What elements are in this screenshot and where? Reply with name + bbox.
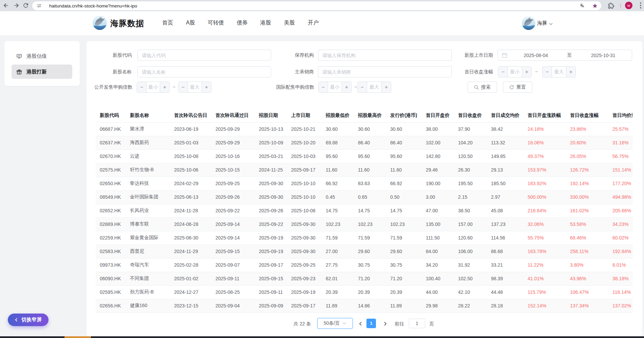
intl-offer-min-stepper[interactable]: − 最小 + xyxy=(318,82,352,93)
minus-button[interactable]: − xyxy=(543,67,552,77)
table-cell: 2025-09-14 xyxy=(211,231,255,245)
table-cell: 聚水潭 xyxy=(126,122,170,136)
minus-button[interactable]: − xyxy=(498,67,508,77)
table-cell: 11.89 xyxy=(322,299,354,313)
prev-page-icon[interactable] xyxy=(358,321,363,326)
browser-menu-icon[interactable] xyxy=(640,2,641,9)
public-offer-max-stepper[interactable]: − 最大 + xyxy=(178,82,211,93)
nav-item-2[interactable]: A股 xyxy=(186,19,195,26)
table-cell: 192.84% xyxy=(608,245,633,258)
browser-profile-avatar[interactable]: w xyxy=(625,2,632,9)
bookmark-star-icon[interactable] xyxy=(592,3,598,9)
table-cell: 98.39 xyxy=(487,272,524,285)
logo[interactable] xyxy=(93,16,107,30)
table-cell: 紫金黄金国际 xyxy=(126,231,170,245)
table-cell: 2025-09-30 xyxy=(287,217,322,231)
underwriter-input[interactable] xyxy=(318,66,452,77)
table-cell: 192.14% xyxy=(566,177,608,190)
first-day-close-label: 首日收盘涨幅 xyxy=(453,66,493,77)
table-cell: 31.16% xyxy=(608,136,633,149)
table-cell: 500.00% xyxy=(524,190,566,204)
nav-item-4[interactable]: 债券 xyxy=(237,19,248,26)
sidebar-item-hk-valuation[interactable]: 港股估值 xyxy=(12,49,72,63)
table-cell: 26.30 xyxy=(454,163,487,177)
table-cell: 102.23 xyxy=(322,217,354,231)
table-cell: 02575.HK xyxy=(96,163,126,177)
plus-button[interactable]: + xyxy=(522,67,531,77)
table-cell: 38.18% xyxy=(608,272,633,285)
column-header: 新股名称 xyxy=(126,109,170,122)
table-cell: 3.80% xyxy=(566,258,608,272)
forward-icon[interactable] xyxy=(13,2,20,9)
toggle-narrow-screen-button[interactable]: 切换窄屏 xyxy=(8,314,49,326)
plus-button[interactable]: + xyxy=(381,82,391,92)
ipo-table: 新股代码新股名称首次聆讯公告日首次聆讯通过日招股日期上市日期招股最低价招股最高价… xyxy=(96,109,633,313)
minus-button[interactable]: − xyxy=(178,82,188,92)
pagination-total: 共 22 条 xyxy=(293,321,311,327)
table-row: 02670.HK云迹2025-10-082025-10-162025-03-21… xyxy=(96,149,633,163)
first-day-close-max-stepper[interactable]: − 最大 + xyxy=(542,66,576,77)
table-cell: 28.22 xyxy=(454,299,487,313)
brand-title[interactable]: 海豚数据 xyxy=(110,18,144,29)
table-cell: 2025-09-11 xyxy=(255,285,287,299)
table-cell: 2025-10-20 xyxy=(287,136,322,149)
table-cell: 34.23% xyxy=(608,217,633,231)
minus-button[interactable]: − xyxy=(319,82,328,92)
chevron-down-icon[interactable] xyxy=(549,22,553,26)
public-offer-min-stepper[interactable]: − 最小 + xyxy=(137,82,170,93)
date-from[interactable]: 2025-08-04 xyxy=(507,53,565,58)
user-name[interactable]: 海豚 xyxy=(537,20,547,26)
table-cell: 2025-09-19 xyxy=(255,245,287,258)
user-avatar[interactable] xyxy=(522,16,535,30)
underwriter-label: 主承销商 xyxy=(277,66,314,77)
table-cell: 102.23 xyxy=(386,217,422,231)
page-number-1[interactable]: 1 xyxy=(366,319,376,328)
table-cell: 20.60% xyxy=(566,136,608,149)
next-page-icon[interactable] xyxy=(382,321,388,326)
reset-button[interactable]: 重置 xyxy=(503,82,532,93)
plus-button[interactable]: + xyxy=(202,82,211,92)
minus-button[interactable]: − xyxy=(358,82,367,92)
nav-item-6[interactable]: 美股 xyxy=(284,19,295,26)
intl-offer-max-stepper[interactable]: − 最大 + xyxy=(357,82,391,93)
nav-item-3[interactable]: 可转债 xyxy=(208,19,224,26)
site-settings-icon[interactable] xyxy=(36,3,42,8)
sidebar-item-hk-ipo[interactable]: 港股打新 xyxy=(12,65,72,79)
column-header: 招股日期 xyxy=(255,109,287,122)
table-cell: 68.46% xyxy=(566,231,608,245)
plus-button[interactable]: + xyxy=(160,82,169,92)
date-to[interactable]: 2025-10-31 xyxy=(575,53,632,58)
table-cell: 云迹 xyxy=(126,149,170,163)
url-bar[interactable]: haitundata.cn/hk-stock-home?menu=hk-ipo xyxy=(32,1,601,10)
sponsor-input[interactable] xyxy=(318,50,452,61)
extensions-icon[interactable] xyxy=(608,3,614,9)
page-size-select[interactable]: 50条/页 xyxy=(317,318,353,329)
translate-icon[interactable] xyxy=(580,3,585,9)
goto-page-input[interactable] xyxy=(409,319,425,328)
search-button[interactable]: 搜索 xyxy=(468,82,497,93)
stock-name-input[interactable] xyxy=(137,66,271,77)
nav-item-1[interactable]: 首页 xyxy=(162,19,173,26)
column-header: 首日收盘涨幅 xyxy=(566,109,608,122)
nav-item-7[interactable]: 开户 xyxy=(308,19,319,26)
reload-icon[interactable] xyxy=(22,2,29,9)
table-cell: 西普尼 xyxy=(126,245,170,258)
nav-item-5[interactable]: 港股 xyxy=(260,19,271,26)
table-cell: 2025-09-25 xyxy=(211,177,255,190)
url-text[interactable]: haitundata.cn/hk-stock-home?menu=hk-ipo xyxy=(49,3,137,8)
table-row: 08549.HK金叶国际集团2025-06-132025-09-262025-0… xyxy=(96,190,633,204)
table-cell: 2025-09-19 xyxy=(287,285,322,299)
plus-button[interactable]: + xyxy=(566,67,575,77)
stock-code-input[interactable] xyxy=(137,50,271,61)
table-cell: 2025-10-09 xyxy=(255,136,287,149)
plus-button[interactable]: + xyxy=(342,82,351,92)
minus-button[interactable]: − xyxy=(137,82,147,92)
first-day-close-min-stepper[interactable]: − 最小 + xyxy=(498,66,532,77)
table-cell: 2025-09-22 xyxy=(255,217,287,231)
main-panel: 新股代码 保荐机构 新股上市日期 2025-08-04 至 2025-10-31… xyxy=(87,41,642,336)
table-cell: 218.64% xyxy=(524,204,566,217)
listing-date-range[interactable]: 2025-08-04 至 2025-10-31 xyxy=(498,50,632,61)
table-cell: 海西新药 xyxy=(126,136,170,149)
back-icon[interactable] xyxy=(3,2,10,9)
table-cell: 2025-09-04 xyxy=(211,299,255,313)
